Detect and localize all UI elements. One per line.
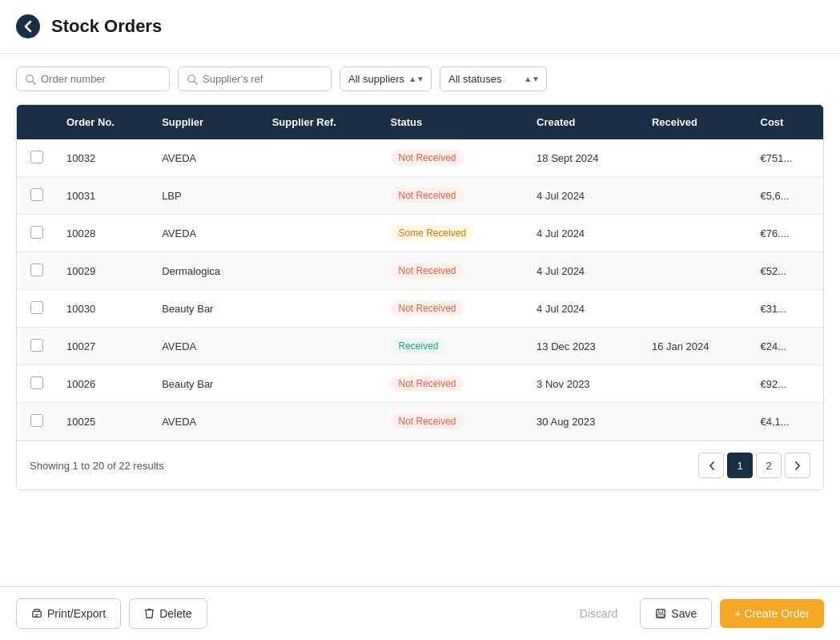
discard-button: Discard [565,599,632,628]
row-received [642,290,751,328]
row-checkbox[interactable] [30,151,43,163]
row-received [642,403,751,441]
header-checkbox-col [17,105,57,139]
prev-page-button[interactable] [698,453,724,478]
row-checkbox-cell[interactable] [17,328,57,365]
row-status: Not Received [381,177,528,215]
row-supplier-ref [263,290,381,328]
next-page-button[interactable] [785,453,810,478]
row-cost: €24... [751,328,824,365]
row-order-no: 10032 [57,139,152,177]
row-checkbox-cell[interactable] [17,365,57,403]
print-export-button[interactable]: Print/Export [16,598,121,629]
status-select[interactable]: All statuses Not Received Some Received … [448,73,538,85]
status-filter[interactable]: All statuses Not Received Some Received … [440,66,547,91]
header-cost: Cost [751,105,824,139]
footer-toolbar: Print/Export Delete Discard Save + Creat… [0,586,840,640]
row-supplier-ref [263,139,381,177]
row-created: 4 Jul 2024 [527,290,642,328]
table-row[interactable]: 10029 Dermalogica Not Received 4 Jul 202… [17,252,823,290]
status-badge: Received [391,338,447,354]
create-order-button[interactable]: + Create Order [720,599,824,628]
row-received [642,252,751,290]
row-checkbox-cell[interactable] [17,403,57,441]
row-status: Not Received [381,252,528,290]
row-checkbox[interactable] [30,226,43,239]
row-checkbox-cell[interactable] [17,215,57,252]
supplier-ref-search[interactable] [178,66,332,91]
row-status: Not Received [381,139,528,177]
header: Stock Orders [0,0,840,54]
order-number-search[interactable] [16,66,170,91]
header-order-no: Order No. [57,105,152,139]
row-checkbox[interactable] [30,264,43,276]
back-button[interactable] [16,14,40,38]
table-row[interactable]: 10031 LBP Not Received 4 Jul 2024 €5,6..… [17,177,823,215]
header-status: Status [381,105,528,139]
row-checkbox-cell[interactable] [17,290,57,328]
footer-left-actions: Print/Export Delete [16,598,557,629]
table-row[interactable]: 10025 AVEDA Not Received 30 Aug 2023 €4,… [17,403,823,441]
row-created: 4 Jul 2024 [527,252,642,290]
row-checkbox[interactable] [30,301,43,314]
row-created: 4 Jul 2024 [527,177,642,215]
row-order-no: 10026 [57,365,152,403]
row-created: 13 Dec 2023 [527,328,642,365]
row-status: Received [381,328,528,365]
row-checkbox-cell[interactable] [17,252,57,290]
row-created: 3 Nov 2023 [527,365,642,403]
save-button[interactable]: Save [640,598,712,629]
svg-rect-5 [34,614,38,615]
row-cost: €76.... [751,215,824,252]
row-created: 18 Sept 2024 [527,139,642,177]
table-row[interactable]: 10026 Beauty Bar Not Received 3 Nov 2023… [17,365,823,403]
row-supplier: Dermalogica [152,252,263,290]
status-badge: Some Received [391,225,475,241]
save-label: Save [671,607,697,620]
row-received [642,139,751,177]
row-supplier-ref [263,252,381,290]
header-supplier: Supplier [152,105,263,139]
row-checkbox[interactable] [30,339,43,352]
svg-line-1 [33,81,36,84]
row-supplier: AVEDA [152,328,263,365]
status-badge: Not Received [391,413,464,429]
row-checkbox-cell[interactable] [17,177,57,215]
row-received: 16 Jan 2024 [642,328,751,365]
filters-bar: All suppliers AVEDA LBP Dermalogica Beau… [0,54,840,104]
row-order-no: 10031 [57,177,152,215]
row-status: Not Received [381,290,528,328]
row-supplier-ref [263,403,381,441]
row-supplier: AVEDA [152,215,263,252]
supplier-select[interactable]: All suppliers AVEDA LBP Dermalogica Beau… [348,73,423,85]
page-2-button[interactable]: 2 [756,453,782,478]
row-supplier-ref [263,215,381,252]
page-title: Stock Orders [51,16,162,37]
row-supplier-ref [263,177,381,215]
row-supplier: Beauty Bar [152,290,263,328]
row-checkbox[interactable] [30,188,43,201]
table-row[interactable]: 10030 Beauty Bar Not Received 4 Jul 2024… [17,290,823,328]
row-status: Some Received [381,215,528,252]
stock-orders-table: Order No. Supplier Supplier Ref. Status … [16,104,824,490]
row-order-no: 10029 [57,252,152,290]
row-order-no: 10025 [57,403,152,441]
row-cost: €4,1... [751,403,824,441]
row-order-no: 10030 [57,290,152,328]
table-row[interactable]: 10028 AVEDA Some Received 4 Jul 2024 €76… [17,215,823,252]
delete-button[interactable]: Delete [129,598,207,629]
svg-rect-6 [34,616,38,617]
supplier-ref-input[interactable] [203,73,323,85]
order-number-input[interactable] [41,73,161,85]
print-export-label: Print/Export [47,607,106,620]
row-checkbox-cell[interactable] [17,139,57,177]
table-row[interactable]: 10027 AVEDA Received 13 Dec 2023 16 Jan … [17,328,823,365]
row-checkbox[interactable] [30,414,43,427]
trash-icon [144,608,155,619]
search-icon [25,74,36,85]
supplier-filter[interactable]: All suppliers AVEDA LBP Dermalogica Beau… [340,66,432,91]
table-row[interactable]: 10032 AVEDA Not Received 18 Sept 2024 €7… [17,139,823,177]
row-supplier: AVEDA [152,139,263,177]
row-checkbox[interactable] [30,376,43,389]
page-1-button[interactable]: 1 [727,453,753,478]
